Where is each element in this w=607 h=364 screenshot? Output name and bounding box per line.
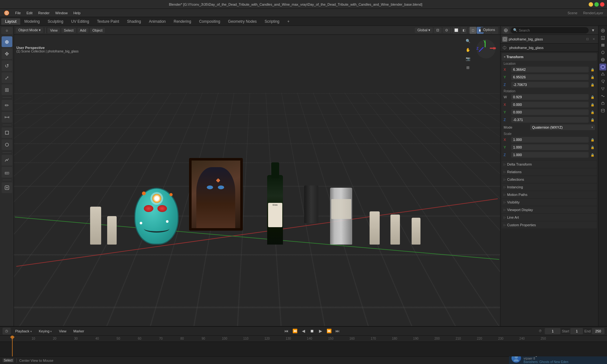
playback-menu[interactable]: Playback ▾ [13, 329, 34, 334]
location-z-lock[interactable]: 🔒 [590, 82, 595, 87]
add-menu-button[interactable]: Add [77, 28, 89, 33]
viewport-snap-btn[interactable]: ⊡ [434, 27, 442, 33]
search-bar[interactable]: 🔍 [511, 27, 589, 33]
rotation-x-lock[interactable]: 🔒 [590, 102, 595, 107]
viewport-camera-icon[interactable]: 📷 [464, 55, 472, 63]
scale-y-lock[interactable]: 🔒 [590, 145, 595, 150]
menu-blender[interactable] [1, 9, 12, 16]
prop-modifier-icon[interactable] [599, 78, 606, 85]
collections-section[interactable]: ▷ Collections [502, 176, 597, 183]
jump-end-btn[interactable]: ⏭ [334, 327, 341, 335]
menu-window[interactable]: Window [53, 10, 70, 15]
prop-icon-scene[interactable] [502, 27, 509, 34]
tool-add-object[interactable] [2, 139, 12, 150]
tab-geometry-nodes[interactable]: Geometry Nodes [224, 18, 261, 25]
scale-z-value[interactable]: 1.000 [511, 152, 589, 158]
scale-x-lock[interactable]: 🔒 [590, 137, 595, 142]
close-button[interactable] [600, 2, 604, 7]
custom-properties-section[interactable]: ▷ Custom Properties [502, 221, 597, 228]
step-back-btn[interactable]: ⏪ [291, 327, 299, 335]
prop-constraints-icon[interactable] [599, 100, 606, 107]
rotation-y-lock[interactable]: 🔒 [590, 110, 595, 115]
viewport-display-section[interactable]: ▷ Viewport Display [502, 206, 597, 213]
object-menu-button[interactable]: Object [90, 28, 105, 33]
scale-x-value[interactable]: 1.000 [511, 137, 589, 143]
step-fwd-btn[interactable]: ⏩ [325, 327, 333, 335]
play-back-btn[interactable]: ◀ [300, 327, 307, 335]
prop-scene-icon[interactable] [599, 49, 606, 56]
viewport-canvas[interactable]: Eldo [14, 35, 500, 326]
close-icon[interactable]: ✕ [591, 37, 596, 42]
tab-animation[interactable]: Animation [145, 18, 169, 25]
prop-object-icon[interactable] [599, 64, 606, 70]
select-all-icon[interactable]: ⊡ [585, 37, 590, 42]
line-art-section[interactable]: ▷ Line Art [502, 214, 597, 221]
tab-shading[interactable]: Shading [123, 18, 145, 25]
tool-cursor[interactable]: ⊕ [2, 36, 12, 47]
prop-view-layer-icon[interactable] [599, 42, 606, 49]
view-menu-timeline[interactable]: View [56, 329, 69, 334]
tool-annotate[interactable]: ✏ [2, 100, 12, 111]
viewport-grid-icon[interactable]: ⊞ [464, 64, 472, 71]
tab-modeling[interactable]: Modeling [21, 18, 44, 25]
play-btn[interactable]: ▶ [317, 327, 324, 335]
relations-section[interactable]: ▷ Relations [502, 168, 597, 175]
rotation-z-lock[interactable]: 🔒 [590, 117, 595, 122]
view-menu-button[interactable]: View [47, 28, 60, 33]
tab-layout[interactable]: Layout [1, 18, 20, 25]
instancing-section[interactable]: ▷ Instancing [502, 184, 597, 191]
location-x-value[interactable]: 6.36642 [511, 67, 589, 72]
menu-file[interactable]: File [13, 10, 23, 15]
mode-selector[interactable]: ⊙ [1, 27, 13, 34]
transform-header[interactable]: ▾ Transform [502, 53, 597, 61]
search-input[interactable] [519, 28, 586, 32]
scale-z-lock[interactable]: 🔒 [590, 152, 595, 157]
menu-help[interactable]: Help [71, 10, 83, 15]
tab-uv-editing[interactable]: UV Editing [67, 18, 93, 25]
viewport-global-btn[interactable]: Global ▾ [415, 27, 433, 33]
location-y-lock[interactable]: 🔒 [590, 75, 595, 80]
viewport-hand-icon[interactable]: ✋ [464, 46, 472, 54]
timeline-mode-icon[interactable]: ◷ [3, 328, 11, 335]
tool-rotate[interactable]: ↺ [2, 60, 12, 71]
tool-measure[interactable] [2, 112, 12, 123]
prop-filter-btn[interactable]: ▼ [590, 27, 596, 33]
prop-world-icon[interactable] [599, 56, 606, 63]
rotation-y-value[interactable]: 0.000 [511, 109, 589, 115]
prop-render-icon[interactable] [599, 27, 606, 34]
viewport-prop-btn[interactable]: ⊙ [443, 27, 451, 33]
wireframe-shading[interactable]: ◻ [469, 27, 476, 34]
tool-add-cube[interactable] [2, 127, 12, 138]
tool-transform[interactable]: ⊞ [2, 84, 12, 95]
prop-output-icon[interactable] [599, 34, 606, 41]
prop-particles-icon[interactable] [599, 85, 606, 92]
overlay-toggle[interactable]: ⬜ [453, 27, 460, 34]
tool-object-extra[interactable] [2, 182, 12, 193]
tab-add[interactable]: + [284, 18, 293, 25]
marker-menu[interactable]: Marker [71, 329, 87, 334]
options-button[interactable]: Options [481, 27, 498, 32]
menu-edit[interactable]: Edit [24, 10, 35, 15]
viewport-gizmo[interactable]: X Y Z [475, 38, 497, 60]
jump-start-btn[interactable]: ⏮ [283, 327, 290, 335]
minimize-button[interactable] [589, 2, 593, 7]
current-frame-display[interactable]: 1 [545, 328, 561, 334]
rotation-x-value[interactable]: 0.000 [511, 102, 589, 107]
xray-toggle[interactable]: ◧ [460, 27, 467, 34]
start-frame-display[interactable]: 1 [570, 328, 583, 334]
tab-rendering[interactable]: Rendering [170, 18, 195, 25]
location-x-lock[interactable]: 🔒 [590, 67, 595, 72]
rotation-z-value[interactable]: -0.371 [511, 117, 589, 123]
time-icon[interactable]: ⏱ [537, 328, 543, 334]
tool-paint[interactable] [2, 167, 12, 178]
end-frame-display[interactable]: 250 [592, 328, 604, 334]
prop-data-icon[interactable] [599, 107, 606, 114]
location-y-value[interactable]: 6.95026 [511, 74, 589, 80]
tab-scripting[interactable]: Scripting [261, 18, 283, 25]
viewport[interactable]: Object Mode ▾ View Select Add Object Glo… [14, 26, 500, 326]
prop-physics-icon[interactable] [599, 93, 606, 100]
prop-mesh-icon[interactable] [599, 71, 606, 78]
tool-graph[interactable] [2, 155, 12, 166]
visibility-section[interactable]: ▷ Visibility [502, 199, 597, 206]
menu-render[interactable]: Render [36, 10, 52, 15]
